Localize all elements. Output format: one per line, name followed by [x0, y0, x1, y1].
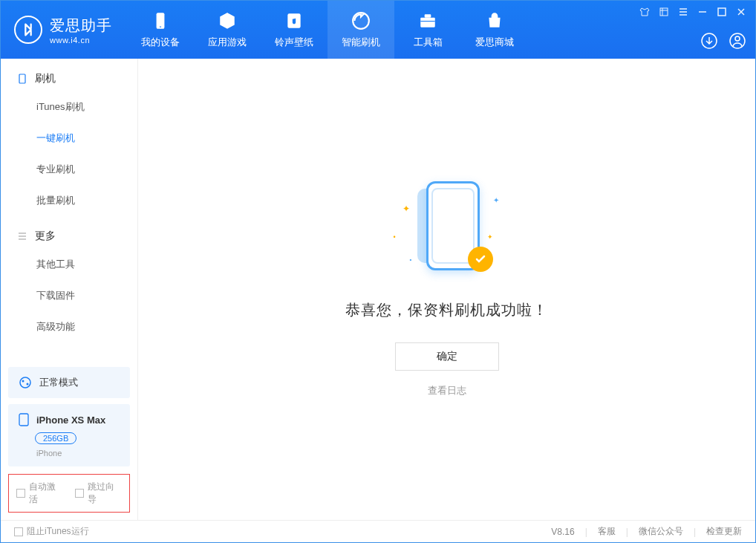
checkbox-row: 自动激活 跳过向导 [8, 474, 130, 513]
section-more: 更多 [1, 216, 137, 249]
logo-text: 爱思助手 www.i4.cn [50, 16, 112, 45]
menu-other-tools[interactable]: 其他工具 [1, 249, 137, 280]
device-small-icon [19, 413, 29, 426]
user-controls [700, 32, 746, 50]
ringtone-icon [284, 10, 304, 31]
svg-rect-6 [660, 8, 668, 16]
svg-point-14 [27, 383, 29, 386]
toolbox-icon [418, 10, 437, 31]
success-text: 恭喜您，保资料刷机成功啦！ [345, 300, 548, 320]
sidebar: 刷机 iTunes刷机 一键刷机 专业刷机 批量刷机 更多 其他工具 下载固件 … [1, 59, 138, 520]
device-icon [151, 10, 170, 31]
svg-rect-3 [420, 18, 435, 27]
header: 爱思助手 www.i4.cn 我的设备 应用游戏 铃声壁纸 智能刷机 工具箱 爱… [1, 1, 755, 59]
phone-small-icon [17, 74, 27, 84]
menu-one-key-flash[interactable]: 一键刷机 [1, 123, 137, 154]
svg-rect-5 [420, 21, 435, 22]
view-log-link[interactable]: 查看日志 [428, 384, 466, 397]
list-icon [17, 231, 27, 241]
shirt-icon[interactable] [639, 7, 650, 17]
mode-label: 正常模式 [39, 376, 78, 389]
menu-advanced[interactable]: 高级功能 [1, 311, 137, 342]
nav-tab-flash[interactable]: 智能刷机 [328, 1, 394, 59]
check-badge-icon [468, 247, 493, 272]
nav-tabs: 我的设备 应用游戏 铃声壁纸 智能刷机 工具箱 爱思商城 [127, 1, 528, 59]
checkbox-auto-activate[interactable]: 自动激活 [16, 481, 63, 506]
footer-left: 阻止iTunes运行 [14, 525, 89, 538]
device-name: iPhone XS Max [36, 414, 105, 426]
nav-tab-apps[interactable]: 应用游戏 [194, 1, 261, 59]
version-label: V8.16 [551, 527, 574, 537]
svg-rect-1 [160, 27, 161, 27]
svg-point-10 [735, 36, 740, 41]
header-right [639, 1, 746, 59]
svg-rect-11 [19, 74, 25, 83]
logo-area: 爱思助手 www.i4.cn [1, 16, 127, 45]
sidebar-bottom: 正常模式 iPhone XS Max 256GB iPhone 自动激活 跳过向… [1, 367, 137, 520]
footer-link-update[interactable]: 检查更新 [706, 525, 742, 538]
app-url: www.i4.cn [50, 36, 112, 45]
success-illustration: ✦✦•✦• [388, 181, 506, 285]
maximize-icon[interactable] [717, 7, 727, 17]
checkbox-block-itunes[interactable]: 阻止iTunes运行 [14, 525, 89, 538]
menu-batch-flash[interactable]: 批量刷机 [1, 185, 137, 216]
mode-card[interactable]: 正常模式 [8, 367, 130, 398]
window-controls [639, 7, 746, 17]
footer-link-wechat[interactable]: 微信公众号 [639, 525, 683, 538]
cube-small-icon[interactable] [659, 7, 669, 17]
nav-tab-ringtone[interactable]: 铃声壁纸 [261, 1, 328, 59]
nav-tab-toolbox[interactable]: 工具箱 [394, 1, 461, 59]
cube-icon [218, 10, 237, 31]
menu-icon[interactable] [678, 7, 688, 17]
checkbox-skip-guide[interactable]: 跳过向导 [75, 481, 122, 506]
user-icon[interactable] [729, 32, 746, 50]
nav-tab-device[interactable]: 我的设备 [127, 1, 194, 59]
menu-pro-flash[interactable]: 专业刷机 [1, 154, 137, 185]
app-title: 爱思助手 [50, 16, 112, 36]
svg-point-13 [22, 380, 25, 383]
menu-itunes-flash[interactable]: iTunes刷机 [1, 91, 137, 123]
device-type: iPhone [36, 449, 120, 458]
svg-rect-15 [19, 414, 28, 426]
footer: 阻止iTunes运行 V8.16 | 客服 | 微信公众号 | 检查更新 [1, 520, 755, 542]
logo-icon [14, 16, 42, 44]
footer-link-support[interactable]: 客服 [598, 525, 616, 538]
minimize-icon[interactable] [697, 7, 708, 17]
close-icon[interactable] [736, 7, 746, 17]
device-capacity: 256GB [35, 432, 76, 444]
body: 刷机 iTunes刷机 一键刷机 专业刷机 批量刷机 更多 其他工具 下载固件 … [1, 59, 755, 520]
nav-tab-store[interactable]: 爱思商城 [461, 1, 528, 59]
footer-right: V8.16 | 客服 | 微信公众号 | 检查更新 [551, 525, 742, 538]
confirm-button[interactable]: 确定 [395, 342, 499, 371]
flash-icon [351, 10, 371, 31]
main-content: ✦✦•✦• 恭喜您，保资料刷机成功啦！ 确定 查看日志 [138, 59, 755, 520]
section-flash: 刷机 [1, 59, 137, 91]
svg-rect-7 [718, 8, 726, 16]
download-icon[interactable] [700, 32, 718, 50]
svg-point-12 [20, 377, 30, 388]
store-icon [485, 10, 504, 31]
menu-download-firmware[interactable]: 下载固件 [1, 280, 137, 311]
svg-rect-4 [425, 14, 431, 17]
mode-icon [19, 376, 32, 389]
device-card[interactable]: iPhone XS Max 256GB iPhone [8, 404, 130, 466]
